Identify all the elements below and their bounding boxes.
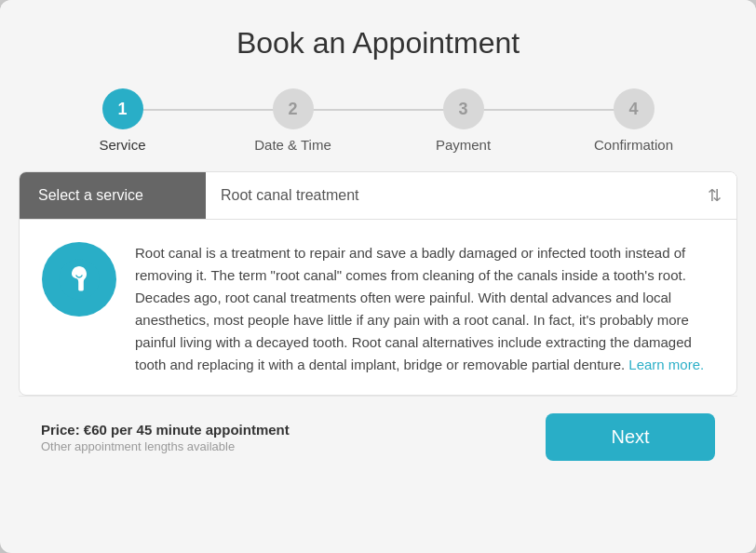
step-2-circle: 2 — [273, 88, 314, 129]
learn-more-link[interactable]: Learn more. — [628, 357, 704, 372]
footer-row: Price: €60 per 45 minute appointment Oth… — [19, 396, 737, 478]
step-2-label: Date & Time — [254, 137, 331, 153]
steps-progress: 1 Service 2 Date & Time 3 Payment 4 Conf… — [0, 70, 756, 171]
price-info: Price: €60 per 45 minute appointment Oth… — [41, 422, 290, 453]
select-label: Select a service — [20, 172, 206, 219]
service-dropdown[interactable]: Root canal treatment ⇅ — [206, 172, 736, 219]
price-sub: Other appointment lengths available — [41, 439, 290, 453]
service-description: Root canal is a treatment to repair and … — [135, 242, 714, 376]
selected-service: Root canal treatment — [221, 187, 359, 204]
step-4-circle: 4 — [614, 88, 655, 129]
content-area: Select a service Root canal treatment ⇅ … — [19, 171, 737, 396]
step-payment: 3 Payment — [378, 88, 548, 153]
step-3-circle: 3 — [443, 88, 484, 129]
step-1-circle: 1 — [102, 88, 143, 129]
page-title: Book an Appointment — [19, 26, 737, 61]
dropdown-arrow-icon: ⇅ — [708, 185, 722, 206]
next-button[interactable]: Next — [546, 413, 715, 461]
step-service: 1 Service — [37, 88, 208, 153]
service-icon — [42, 242, 116, 317]
booking-modal: Book an Appointment 1 Service 2 Date & T… — [0, 0, 756, 553]
modal-header: Book an Appointment — [0, 0, 756, 70]
step-1-label: Service — [99, 137, 145, 153]
service-detail: Root canal is a treatment to repair and … — [20, 220, 736, 395]
step-4-label: Confirmation — [594, 137, 673, 153]
step-datetime: 2 Date & Time — [208, 88, 378, 153]
tooth-icon — [57, 257, 101, 302]
step-3-label: Payment — [436, 137, 491, 153]
step-confirmation: 4 Confirmation — [548, 88, 719, 153]
service-select-row: Select a service Root canal treatment ⇅ — [20, 172, 736, 220]
price-main: Price: €60 per 45 minute appointment — [41, 422, 290, 438]
